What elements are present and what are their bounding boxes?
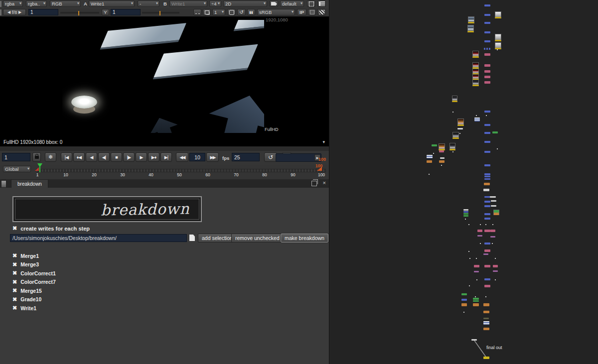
graph-node[interactable]	[461, 293, 467, 295]
graph-node[interactable]	[484, 40, 490, 42]
graph-node[interactable]	[491, 205, 496, 207]
fast-forward-button[interactable]: ▶▶	[206, 152, 219, 162]
graph-node[interactable]	[483, 189, 489, 191]
checkbox-check-icon[interactable]: ✖	[12, 252, 17, 259]
graph-node[interactable]	[483, 303, 489, 306]
view-mode-dropdown[interactable]: 2D	[223, 0, 267, 7]
transport-button-0[interactable]: |◀	[61, 152, 72, 162]
toolbar-grip[interactable]	[0, 1, 1, 7]
colorspace-dropdown[interactable]: sRGB	[257, 9, 295, 15]
graph-node[interactable]	[484, 201, 490, 203]
checkbox-check-icon[interactable]: ✖	[12, 270, 17, 276]
gamma-slider[interactable]	[142, 12, 179, 14]
checkbox-check-icon[interactable]: ✖	[12, 225, 17, 232]
transport-button-4[interactable]: ■	[111, 152, 122, 162]
graph-node[interactable]	[484, 31, 490, 33]
node-checkbox-row[interactable]: ✖ColorCorrect7	[12, 278, 56, 287]
transport-button-5[interactable]: |▶	[123, 152, 135, 162]
graph-node-thumbnail[interactable]	[495, 42, 501, 49]
graph-node[interactable]	[461, 303, 467, 306]
graph-node[interactable]	[474, 118, 480, 121]
node-checkbox-row[interactable]: ✖Write1	[12, 304, 56, 313]
graph-node[interactable]	[457, 128, 463, 129]
node-checkbox-row[interactable]: ✖ColorCorrect1	[12, 269, 56, 278]
viewer-canvas[interactable]: 1920,1080 FullHD	[0, 16, 329, 138]
graph-node[interactable]	[490, 236, 495, 238]
graph-node[interactable]	[463, 213, 468, 215]
graph-node-thumbnail[interactable]	[452, 96, 457, 102]
transport-button-7[interactable]: ▶♦	[148, 152, 159, 162]
graph-node[interactable]	[484, 183, 490, 185]
lock-icon[interactable]	[32, 152, 41, 162]
close-icon[interactable]: ×	[323, 180, 326, 186]
remove-unchecked-button[interactable]: remove unchecked	[231, 234, 284, 243]
transport-button-6[interactable]: ▶	[136, 152, 147, 162]
new-window-icon[interactable]	[203, 9, 211, 15]
graph-node[interactable]	[484, 124, 490, 126]
graph-node[interactable]	[484, 230, 490, 232]
node-graph[interactable]: final out	[329, 0, 598, 364]
current-frame-input[interactable]: 1	[2, 153, 30, 161]
graph-node[interactable]	[484, 213, 490, 215]
graph-node[interactable]	[490, 230, 495, 232]
graph-node[interactable]	[483, 88, 490, 96]
graph-node[interactable]	[483, 357, 489, 359]
graph-node[interactable]	[484, 176, 490, 177]
node-checkbox-row[interactable]: ✖Merge15	[12, 286, 56, 295]
graph-node[interactable]	[483, 253, 488, 255]
node-checkbox-row[interactable]: ✖Grade10	[12, 295, 56, 304]
downrez-dropdown[interactable]: ÷4	[209, 0, 221, 7]
snowflake-icon[interactable]: ❄	[45, 152, 56, 162]
graph-node[interactable]	[484, 173, 490, 175]
gamma-slider-handle[interactable]	[159, 11, 160, 15]
graph-node[interactable]	[427, 160, 432, 163]
graph-node-thumbnail[interactable]	[467, 25, 474, 32]
graph-node[interactable]	[484, 22, 490, 24]
make-breakdown-button[interactable]: make breakdown	[281, 234, 328, 243]
pause-icon[interactable]: ▮▮	[247, 9, 255, 15]
timeline-ruler[interactable]	[36, 169, 326, 172]
graph-node[interactable]	[484, 218, 490, 220]
graph-node-thumbnail[interactable]	[449, 143, 455, 150]
graph-node-thumbnail[interactable]	[468, 16, 474, 23]
graph-node[interactable]	[474, 265, 479, 267]
marquee-icon[interactable]	[193, 9, 201, 15]
transport-button-8[interactable]: ▶|	[160, 152, 172, 162]
graph-node-thumbnail[interactable]	[495, 34, 501, 41]
toolbar-grip-2[interactable]	[0, 9, 1, 15]
roi-crosshair-icon[interactable]	[227, 9, 236, 15]
transport-button-1[interactable]: ♦◀	[73, 152, 85, 162]
graph-node[interactable]	[427, 155, 433, 158]
graph-node[interactable]	[484, 132, 490, 134]
graph-node-thumbnail[interactable]	[493, 210, 499, 215]
graph-node[interactable]	[483, 321, 489, 325]
gain-slider[interactable]	[60, 12, 99, 14]
transport-button-2[interactable]: ◀	[86, 152, 97, 162]
graph-node[interactable]	[477, 235, 482, 237]
graph-node[interactable]	[473, 298, 479, 300]
graph-node[interactable]	[463, 215, 468, 217]
graph-node[interactable]	[484, 81, 490, 84]
cache-slider[interactable]: ▶	[276, 153, 321, 162]
gain-input[interactable]: 1	[28, 9, 58, 15]
graph-node-thumbnail[interactable]	[457, 119, 464, 126]
graph-node[interactable]	[484, 111, 490, 113]
graph-node[interactable]	[484, 151, 490, 153]
graph-node[interactable]	[484, 48, 490, 50]
frame-range-dropdown[interactable]: Global	[3, 166, 31, 172]
fps-input[interactable]: 25	[232, 153, 260, 161]
node-checkbox-row[interactable]: ✖Merge1	[12, 251, 56, 260]
exposure-button[interactable]: ◀ f/8 ▶	[3, 9, 26, 15]
transport-button-3[interactable]: ◀|	[98, 152, 110, 162]
b-input-dropdown[interactable]: Write1	[169, 0, 207, 7]
graph-node[interactable]	[484, 14, 490, 16]
info-caret-icon[interactable]: ▾	[322, 139, 325, 144]
input-process-button[interactable]: IP	[297, 9, 306, 15]
pane-menu-icon[interactable]	[1, 180, 6, 188]
graph-node[interactable]	[484, 243, 490, 244]
graph-node[interactable]	[439, 150, 444, 152]
gain-slider-handle[interactable]	[78, 11, 79, 15]
graph-node[interactable]	[484, 265, 490, 267]
graph-node[interactable]	[484, 249, 490, 252]
tab-breakdown[interactable]: breakdown	[11, 179, 48, 188]
